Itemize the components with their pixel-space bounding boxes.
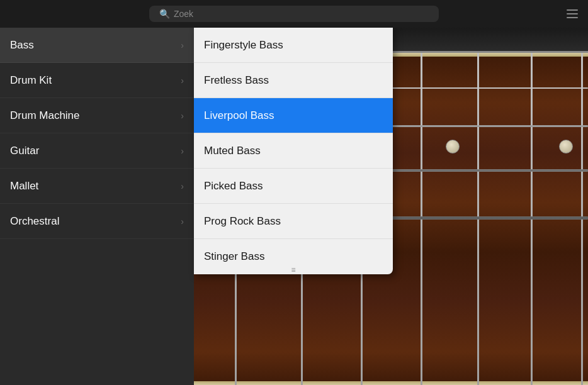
chevron-icon-guitar: › bbox=[181, 146, 184, 156]
neck-binding-bottom bbox=[194, 381, 588, 385]
sidebar-label-drum-kit: Drum Kit bbox=[10, 74, 52, 87]
sidebar-item-orchestral[interactable]: Orchestral › bbox=[0, 204, 194, 239]
dropdown-item-muted-bass[interactable]: Muted Bass bbox=[194, 133, 393, 169]
main-content: Bass › Drum Kit › Drum Machine › Guitar … bbox=[0, 28, 588, 385]
sidebar-item-drum-kit[interactable]: Drum Kit › bbox=[0, 63, 194, 98]
sidebar-label-orchestral: Orchestral bbox=[10, 215, 59, 228]
sidebar-label-guitar: Guitar bbox=[10, 145, 39, 157]
sidebar-label-mallet: Mallet bbox=[10, 180, 38, 192]
menu-icon[interactable] bbox=[567, 9, 578, 18]
sidebar-item-guitar[interactable]: Guitar › bbox=[0, 133, 194, 169]
top-bar: 🔍 Zoek bbox=[0, 0, 588, 28]
sidebar-item-mallet[interactable]: Mallet › bbox=[0, 169, 194, 204]
search-icon: 🔍 bbox=[159, 9, 170, 19]
chevron-icon-drum-machine: › bbox=[181, 111, 184, 121]
dropdown-item-picked-bass[interactable]: Picked Bass bbox=[194, 169, 393, 204]
sidebar-item-drum-machine[interactable]: Drum Machine › bbox=[0, 98, 194, 133]
search-box[interactable]: 🔍 Zoek bbox=[149, 6, 439, 22]
fret-marker-7th bbox=[559, 140, 573, 153]
sidebar-item-bass[interactable]: Bass › bbox=[0, 28, 194, 63]
dropdown-item-fretless-bass[interactable]: Fretless Bass bbox=[194, 63, 393, 98]
chevron-icon-drum-kit: › bbox=[181, 75, 184, 86]
dropdown-panel: Fingerstyle Bass Fretless Bass Liverpool… bbox=[194, 28, 393, 274]
dropdown-item-prog-rock-bass[interactable]: Prog Rock Bass bbox=[194, 204, 393, 239]
dropdown-item-stinger-bass[interactable]: Stinger Bass ≡ bbox=[194, 239, 393, 274]
sidebar: Bass › Drum Kit › Drum Machine › Guitar … bbox=[0, 28, 194, 385]
search-placeholder: Zoek bbox=[174, 9, 193, 19]
fret-marker-5th bbox=[446, 140, 460, 153]
sidebar-label-bass: Bass bbox=[10, 39, 34, 52]
scroll-indicator: ≡ bbox=[291, 265, 295, 274]
sidebar-label-drum-machine: Drum Machine bbox=[10, 109, 80, 122]
chevron-icon-orchestral: › bbox=[181, 216, 184, 226]
chevron-icon-bass: › bbox=[181, 40, 184, 50]
chevron-icon-mallet: › bbox=[181, 181, 184, 191]
dropdown-item-fingerstyle-bass[interactable]: Fingerstyle Bass bbox=[194, 28, 393, 63]
dropdown-item-liverpool-bass[interactable]: Liverpool Bass bbox=[194, 98, 393, 133]
